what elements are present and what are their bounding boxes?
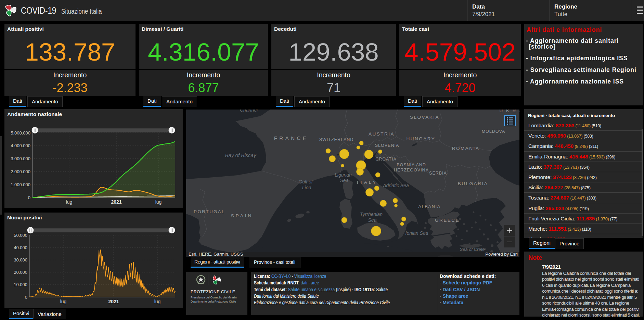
svg-text:Channel: Channel [240, 110, 258, 113]
svg-text:30.000: 30.000 [14, 257, 27, 263]
svg-text:5.000.000: 5.000.000 [11, 130, 30, 136]
svg-text:Bay of Biscay: Bay of Biscay [225, 152, 257, 158]
svg-text:Ligurian: Ligurian [335, 172, 352, 178]
svg-text:Presidenza del Consiglio dei M: Presidenza del Consiglio dei Ministri [191, 296, 237, 299]
svg-text:ITALY: ITALY [357, 180, 378, 185]
svg-text:10.000: 10.000 [14, 282, 27, 287]
svg-text:4.000.000: 4.000.000 [11, 143, 30, 148]
svg-text:FRANCE: FRANCE [274, 135, 309, 141]
svg-text:ROMANIA: ROMANIA [452, 146, 480, 151]
svg-text:50.000: 50.000 [14, 233, 27, 238]
svg-text:lug: lug [66, 199, 73, 205]
svg-text:HUNGARY: HUNGARY [407, 136, 436, 141]
svg-text:GREECE: GREECE [435, 218, 460, 223]
svg-text:0: 0 [28, 195, 30, 200]
svg-text:BULGARIA: BULGARIA [458, 181, 488, 186]
svg-text:SERBIA: SERBIA [429, 171, 447, 176]
svg-text:Dipartimento della Protezione: Dipartimento della Protezione Civile [191, 300, 236, 303]
svg-text:20.000: 20.000 [14, 270, 27, 275]
svg-text:PROTEZIONE CIVILE: PROTEZIONE CIVILE [191, 290, 235, 294]
svg-text:Lion: Lion [302, 185, 311, 190]
svg-text:SLOVENIA: SLOVENIA [375, 143, 399, 148]
svg-text:Tyrrhenian: Tyrrhenian [360, 212, 383, 217]
svg-text:SPAIN: SPAIN [231, 213, 253, 218]
svg-text:ALBANIA: ALBANIA [418, 204, 440, 209]
svg-text:Sea: Sea [340, 178, 349, 183]
svg-text:MOLDOVA: MOLDOVA [482, 129, 505, 134]
svg-text:SWITZERLAND: SWITZERLAND [319, 137, 354, 142]
svg-text:HERZEGOVINA: HERZEGOVINA [394, 168, 429, 172]
svg-text:Sea of Crete: Sea of Crete [460, 247, 485, 252]
svg-text:CROATIA: CROATIA [375, 157, 397, 162]
svg-text:Gulf of: Gulf of [298, 179, 313, 184]
svg-text:2021: 2021 [111, 199, 121, 205]
svg-text:0: 0 [25, 295, 27, 300]
svg-text:lug: lug [155, 199, 162, 205]
svg-text:1.000.000: 1.000.000 [11, 182, 30, 187]
svg-text:Sea: Sea [368, 217, 377, 223]
svg-text:40.000: 40.000 [14, 245, 27, 250]
svg-text:2.000.000: 2.000.000 [11, 169, 30, 174]
svg-text:SLOVAKIA: SLOVAKIA [410, 115, 439, 120]
svg-text:lug: lug [154, 299, 161, 304]
svg-text:U K R A: U K R A [499, 110, 519, 113]
svg-text:2021: 2021 [108, 299, 119, 304]
svg-text:lug: lug [60, 299, 67, 304]
svg-text:Ionian Sea: Ionian Sea [405, 230, 428, 236]
svg-text:PORTUGAL: PORTUGAL [194, 209, 225, 214]
svg-text:BOSNIA AND: BOSNIA AND [397, 163, 426, 167]
svg-text:AUSTRIA: AUSTRIA [369, 131, 395, 137]
svg-text:Adriatic Sea: Adriatic Sea [383, 183, 409, 188]
svg-text:3.000.000: 3.000.000 [11, 156, 30, 161]
